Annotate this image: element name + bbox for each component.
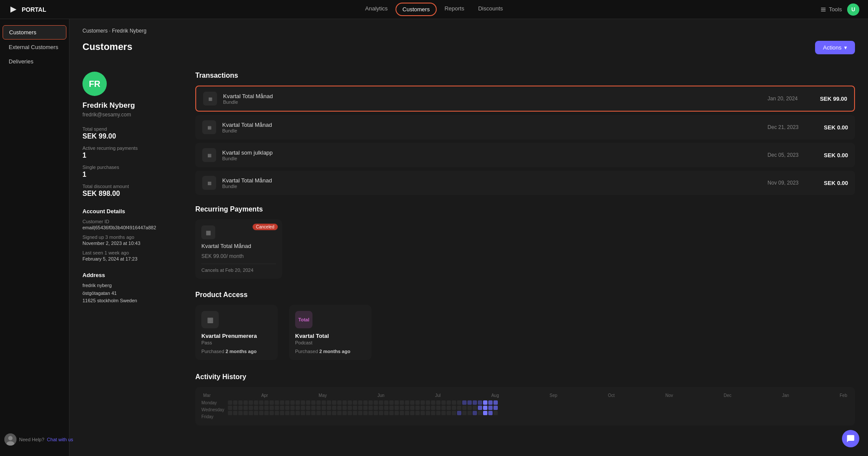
customer-details-panel: Transactions ▦ Kvartal Total Månad Bundl… bbox=[195, 72, 855, 426]
transactions-title: Transactions bbox=[195, 72, 855, 79]
transaction-icon: ▦ bbox=[202, 148, 216, 162]
chat-widget-button[interactable] bbox=[842, 430, 859, 447]
tx-info: Kvartal Total Månad Bundle bbox=[222, 177, 762, 189]
product-type: Pass bbox=[201, 340, 272, 345]
customer-id-value: email|65436f0b3b40f4916447a882 bbox=[82, 225, 178, 230]
product-access-title: Product Access bbox=[195, 291, 855, 299]
product-type: Podcast bbox=[295, 340, 365, 345]
recurring-price: SEK 99.00/ month bbox=[201, 251, 276, 260]
activity-chart: Mar Apr May Jun Jul Aug Sep Oct Nov Dec … bbox=[195, 387, 855, 426]
svg-marker-0 bbox=[10, 7, 16, 13]
address-name: fredrik nyberg bbox=[82, 282, 178, 290]
customer-avatar: FR bbox=[82, 72, 107, 96]
activity-cells bbox=[228, 400, 849, 420]
product-card[interactable]: ▦ Kvartal Prenumerera Pass Purchased 2 m… bbox=[195, 305, 278, 360]
help-avatar bbox=[4, 433, 16, 446]
product-purchased: Purchased 2 months ago bbox=[201, 349, 272, 354]
tx-type: Bundle bbox=[222, 156, 762, 161]
day-label-wednesday: Wednesday bbox=[201, 407, 224, 413]
signed-up-label: Signed up 3 months ago bbox=[82, 235, 178, 240]
sidebar-item-customers[interactable]: Customers bbox=[3, 25, 66, 40]
address-title: Address bbox=[82, 272, 178, 278]
tx-name: Kvartal Total Månad bbox=[222, 122, 762, 128]
address-street: östgötagatan 41 bbox=[82, 290, 178, 297]
recurring-cancel-date: Cancels at Feb 20, 2024 bbox=[201, 264, 276, 273]
transaction-icon: ▦ bbox=[202, 176, 216, 190]
chevron-down-icon: ▾ bbox=[844, 44, 847, 51]
product-card[interactable]: Total Kvartal Total Podcast Purchased 2 … bbox=[289, 305, 372, 360]
tx-date: Nov 09, 2023 bbox=[768, 180, 799, 186]
activity-history-title: Activity History bbox=[195, 373, 855, 381]
logo-text: PORTAL bbox=[22, 6, 46, 13]
nav-discounts[interactable]: Discounts bbox=[472, 3, 509, 16]
product-icon: ▦ bbox=[201, 311, 219, 328]
tx-name: Kvartal Total Månad bbox=[223, 93, 762, 99]
table-row[interactable]: ▦ Kvartal Total Månad Bundle Jan 20, 202… bbox=[195, 86, 855, 112]
tx-type: Bundle bbox=[222, 128, 762, 133]
total-spend-label: Total spend bbox=[82, 126, 178, 132]
recurring-count: 1 bbox=[82, 152, 178, 159]
user-avatar[interactable]: U bbox=[847, 3, 859, 16]
product-name: Kvartal Total bbox=[295, 333, 365, 339]
logo[interactable]: PORTAL bbox=[9, 5, 46, 14]
canceled-badge: Canceled bbox=[253, 224, 278, 230]
day-label-friday: Friday bbox=[201, 414, 224, 420]
tx-date: Dec 05, 2023 bbox=[768, 152, 799, 158]
product-name: Kvartal Prenumerera bbox=[201, 333, 272, 339]
actions-button[interactable]: Actions ▾ bbox=[815, 41, 855, 54]
customer-email: fredrik@sesamy.com bbox=[82, 112, 178, 118]
transaction-icon: ▦ bbox=[202, 120, 216, 134]
single-count: 1 bbox=[82, 171, 178, 178]
sidebar-item-deliveries[interactable]: Deliveries bbox=[3, 55, 66, 68]
tx-info: Kvartal Total Månad Bundle bbox=[223, 93, 762, 105]
tools-button[interactable]: Tools bbox=[820, 6, 842, 13]
customer-profile-panel: FR Fredrik Nyberg fredrik@sesamy.com Tot… bbox=[82, 72, 178, 426]
tx-date: Jan 20, 2024 bbox=[768, 96, 798, 102]
single-label: Single purchases bbox=[82, 165, 178, 170]
tx-name: Kvartal Total Månad bbox=[222, 177, 762, 184]
table-row[interactable]: ▦ Kvartal som julklapp Bundle Dec 05, 20… bbox=[195, 143, 855, 167]
customer-name: Fredrik Nyberg bbox=[82, 101, 178, 110]
breadcrumb-current: Fredrik Nyberg bbox=[112, 28, 146, 34]
need-help-text: Need Help? bbox=[19, 437, 44, 442]
recurring-payments-title: Recurring Payments bbox=[195, 205, 855, 213]
month-labels: Mar Apr May Jun Jul Aug Sep Oct Nov Dec … bbox=[201, 393, 849, 398]
table-row[interactable]: ▦ Kvartal Total Månad Bundle Nov 09, 202… bbox=[195, 171, 855, 195]
main-layout: Customers External Customers Deliveries … bbox=[0, 19, 868, 456]
nav-analytics[interactable]: Analytics bbox=[359, 3, 394, 16]
tx-amount: SEK 0.00 bbox=[813, 180, 848, 186]
breadcrumb: Customers · Fredrik Nyberg bbox=[82, 28, 855, 34]
sidebar: Customers External Customers Deliveries bbox=[0, 19, 69, 456]
top-navigation: PORTAL Analytics Customers Reports Disco… bbox=[0, 0, 868, 19]
signed-up-date: November 2, 2023 at 10:43 bbox=[82, 241, 178, 246]
tx-amount: SEK 0.00 bbox=[813, 124, 848, 131]
address-city: 11625 stockholm Sweden bbox=[82, 297, 178, 305]
chat-link[interactable]: Chat with us bbox=[47, 437, 73, 442]
tx-info: Kvartal Total Månad Bundle bbox=[222, 122, 762, 133]
nav-customers[interactable]: Customers bbox=[395, 3, 437, 16]
discount-amount: SEK 898.00 bbox=[82, 190, 178, 198]
tx-type: Bundle bbox=[222, 184, 762, 189]
transaction-icon: ▦ bbox=[203, 92, 217, 106]
product-icon: Total bbox=[295, 311, 312, 328]
discount-label: Total discount amount bbox=[82, 184, 178, 189]
nav-reports[interactable]: Reports bbox=[438, 3, 470, 16]
recurring-label: Active recurring payments bbox=[82, 145, 178, 151]
recurring-payment-card[interactable]: Canceled ▦ Kvartal Total Månad SEK 99.00… bbox=[195, 219, 282, 279]
recurring-icon: ▦ bbox=[201, 225, 215, 239]
tx-date: Dec 21, 2023 bbox=[768, 124, 799, 130]
product-purchased: Purchased 2 months ago bbox=[295, 349, 365, 354]
address-block: fredrik nyberg östgötagatan 41 11625 sto… bbox=[82, 282, 178, 305]
account-details-title: Account Details bbox=[82, 208, 178, 215]
main-content: Customers · Fredrik Nyberg Customers Act… bbox=[69, 19, 868, 456]
product-access-list: ▦ Kvartal Prenumerera Pass Purchased 2 m… bbox=[195, 305, 855, 360]
svg-point-2 bbox=[8, 436, 13, 440]
breadcrumb-parent[interactable]: Customers bbox=[82, 28, 108, 34]
page-title: Customers bbox=[82, 41, 132, 53]
tx-name: Kvartal som julklapp bbox=[222, 149, 762, 156]
total-spend-value: SEK 99.00 bbox=[82, 132, 178, 140]
sidebar-item-external-customers[interactable]: External Customers bbox=[3, 40, 66, 54]
customer-content: FR Fredrik Nyberg fredrik@sesamy.com Tot… bbox=[82, 72, 855, 426]
activity-history-section: Activity History Mar Apr May Jun Jul Aug… bbox=[195, 373, 855, 426]
table-row[interactable]: ▦ Kvartal Total Månad Bundle Dec 21, 202… bbox=[195, 115, 855, 139]
